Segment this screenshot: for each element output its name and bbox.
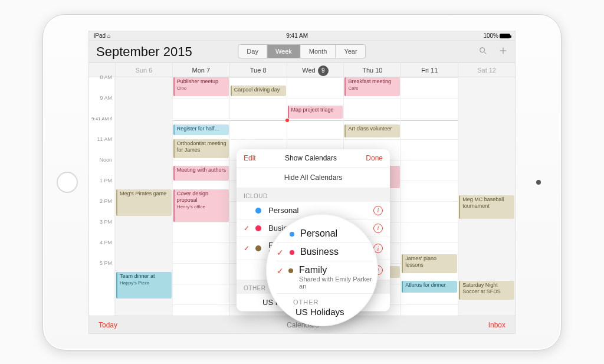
- color-dot: [255, 245, 261, 251]
- screen: iPad ⌂ 9:41 AM 100% September 2015 Day W…: [88, 31, 516, 334]
- status-bar: iPad ⌂ 9:41 AM 100%: [89, 31, 515, 41]
- today-button[interactable]: Today: [99, 321, 117, 329]
- event[interactable]: Meeting with authors: [173, 166, 229, 181]
- battery-icon: [500, 34, 510, 38]
- battery-label: 100%: [483, 32, 510, 39]
- check-icon: ✓: [244, 244, 252, 252]
- now-indicator-dot: [285, 119, 289, 122]
- day-header-row: Sun 6 Mon 7 Tue 8 Wed9 Thu 10 Fri 11 Sat…: [89, 63, 515, 77]
- color-dot: [255, 225, 261, 231]
- popover-edit-button[interactable]: Edit: [244, 154, 256, 162]
- check-icon: ✓: [244, 224, 252, 232]
- event[interactable]: Meg MC baseball tournament: [459, 195, 514, 219]
- ipad-device-frame: iPad ⌂ 9:41 AM 100% September 2015 Day W…: [42, 14, 562, 350]
- event[interactable]: Art class volunteer: [344, 124, 400, 137]
- event[interactable]: Carpool driving day: [231, 86, 286, 96]
- seg-year[interactable]: Year: [336, 45, 365, 58]
- svg-point-0: [480, 47, 485, 52]
- inbox-button[interactable]: Inbox: [488, 321, 505, 329]
- day-tue[interactable]: Tue 8: [229, 63, 287, 77]
- day-wed[interactable]: Wed9: [287, 63, 344, 77]
- day-sun[interactable]: Sun 6: [115, 63, 172, 77]
- event[interactable]: Register for half…: [173, 124, 229, 135]
- magnifier-loupe: Personal ✓ Business ✓ FamilyShared with …: [266, 214, 378, 326]
- event[interactable]: Atlurus for dinner: [402, 281, 457, 293]
- color-dot: [255, 208, 261, 214]
- search-icon[interactable]: [478, 46, 488, 58]
- seg-month[interactable]: Month: [301, 45, 336, 58]
- day-thu[interactable]: Thu 10: [343, 63, 401, 77]
- event[interactable]: Team dinner atHappy's Pizza: [116, 272, 172, 299]
- today-dot: 9: [318, 65, 329, 76]
- event[interactable]: Publisher meetupCibo: [173, 77, 229, 96]
- event[interactable]: Map project triage: [288, 106, 343, 119]
- col-sat: Meg MC baseball tournament Saturday Nigh…: [458, 77, 515, 325]
- now-indicator-label: 9:41 AM: [90, 116, 110, 122]
- day-sat[interactable]: Sat 12: [458, 63, 515, 77]
- status-time: 9:41 AM: [111, 32, 484, 39]
- title-bar: September 2015 Day Week Month Year: [89, 41, 515, 63]
- popover-done-button[interactable]: Done: [366, 154, 383, 162]
- col-sun: Meg's Pirates game Team dinner atHappy's…: [115, 77, 172, 325]
- home-button[interactable]: [57, 172, 78, 193]
- event[interactable]: Meg's Pirates game: [116, 189, 172, 216]
- view-segmented-control: Day Week Month Year: [238, 44, 366, 58]
- svg-line-1: [484, 52, 486, 54]
- event[interactable]: James' piano lessons: [402, 254, 457, 273]
- event[interactable]: Cover design proposalHenry's office: [173, 189, 229, 222]
- seg-week[interactable]: Week: [267, 45, 301, 58]
- hide-all-calendars[interactable]: Hide All Calendars: [237, 168, 390, 188]
- col-fri: James' piano lessons Atlurus for dinner: [401, 77, 458, 325]
- info-icon[interactable]: i: [373, 224, 383, 233]
- day-fri[interactable]: Fri 11: [401, 63, 458, 77]
- info-icon[interactable]: i: [373, 206, 383, 215]
- seg-day[interactable]: Day: [238, 45, 267, 58]
- event[interactable]: Saturday Night Soccer at SFDS: [459, 281, 514, 300]
- front-camera: [536, 180, 541, 185]
- add-icon[interactable]: [498, 46, 508, 58]
- day-mon[interactable]: Mon 7: [172, 63, 229, 77]
- event[interactable]: Orthodontist meeting for James: [173, 139, 229, 158]
- time-gutter: 8 AM9 AM10 AM 11 AMNoon1 PM 2 PM3 PM4 PM…: [89, 77, 115, 325]
- col-mon: Publisher meetupCibo Register for half… …: [172, 77, 229, 325]
- popover-title: Show Calendars: [256, 154, 366, 162]
- event[interactable]: Breakfast meetingCafe: [344, 77, 400, 96]
- page-title: September 2015: [96, 44, 192, 60]
- carrier-label: iPad ⌂: [94, 32, 111, 39]
- section-icloud: ICLOUD: [237, 188, 390, 202]
